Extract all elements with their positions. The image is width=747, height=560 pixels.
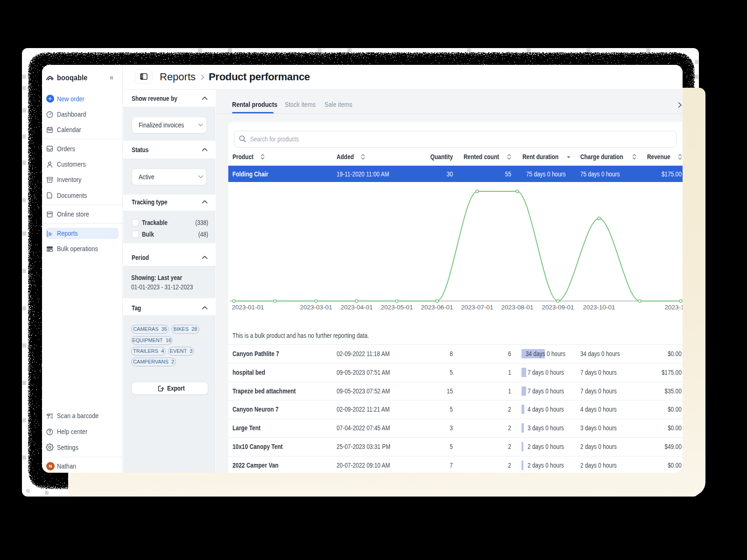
svg-text:2023-10-01: 2023-10-01: [583, 304, 615, 311]
svg-text:2023-06-01: 2023-06-01: [421, 304, 453, 311]
svg-text:2023-09-01: 2023-09-01: [542, 304, 574, 311]
svg-text:2023-04-01: 2023-04-01: [340, 304, 373, 311]
svg-text:2023-03-01: 2023-03-01: [300, 304, 332, 311]
svg-text:2023-08-01: 2023-08-01: [501, 304, 533, 311]
svg-text:2023-05-01: 2023-05-01: [381, 304, 413, 311]
svg-text:2023-07-01: 2023-07-01: [461, 304, 493, 311]
svg-text:2023-01-01: 2023-01-01: [232, 304, 264, 311]
svg-text:2023-12-01: 2023-12-01: [664, 304, 683, 311]
